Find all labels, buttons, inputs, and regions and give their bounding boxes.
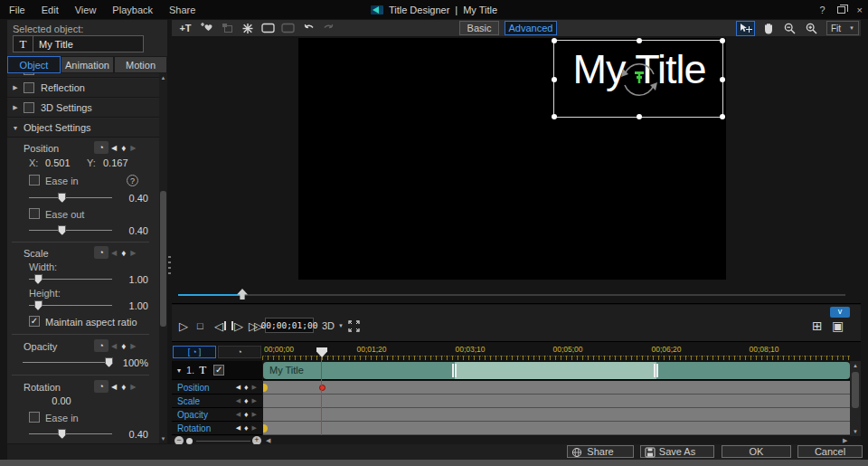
position-lane-add-keyframe[interactable]: ♦ — [244, 383, 249, 392]
section-object-settings[interactable]: ▼ Object Settings — [7, 119, 159, 138]
stop-button[interactable]: □ — [197, 318, 203, 334]
rotation-next-keyframe-button[interactable]: ▶ — [130, 383, 136, 391]
insert-text-button[interactable]: +T — [177, 21, 193, 35]
scale-width-slider[interactable] — [29, 273, 112, 284]
position-prev-keyframe-button[interactable]: ◀ — [111, 144, 117, 152]
opacity-add-keyframe-button[interactable]: ♦ — [121, 341, 126, 351]
menu-playback[interactable]: Playback — [112, 5, 153, 15]
keyframe-mode-button[interactable]: ◔ — [218, 346, 261, 358]
menu-view[interactable]: View — [75, 5, 97, 15]
scrubber-track[interactable] — [178, 294, 845, 296]
restore-button[interactable] — [837, 6, 845, 14]
object-name-input[interactable] — [33, 39, 143, 50]
tab-object[interactable]: Object — [7, 56, 61, 73]
keyframe-mode-button-selected[interactable]: [◔] — [173, 346, 216, 358]
panel-scrollbar[interactable]: ▲ ▼ — [159, 73, 167, 443]
insert-shape-button[interactable] — [259, 21, 276, 35]
3d-settings-checkbox[interactable] — [24, 102, 34, 113]
selection-handle[interactable] — [637, 38, 642, 43]
next-frame-button[interactable]: ▷ — [231, 318, 243, 334]
blur-checkbox[interactable] — [24, 73, 34, 75]
position-ease-in-slider[interactable] — [29, 192, 112, 203]
play-button[interactable]: ▷ — [179, 318, 188, 334]
menu-edit[interactable]: Edit — [42, 5, 59, 15]
scroll-down-icon[interactable]: ▼ — [850, 427, 861, 436]
fast-forward-button[interactable]: ▷▷ — [249, 318, 259, 334]
keyframe-start-marker[interactable] — [263, 424, 268, 433]
selection-handle[interactable] — [637, 114, 642, 119]
menu-share[interactable]: Share — [169, 5, 195, 15]
grid-lines-button[interactable]: ⊞ — [812, 318, 823, 334]
position-lane-next-keyframe[interactable]: ▶ — [252, 384, 257, 391]
selection-handle[interactable] — [720, 77, 725, 82]
undo-button[interactable] — [301, 21, 316, 35]
scroll-up-icon[interactable]: ▲ — [159, 73, 167, 82]
rotation-lane-prev-keyframe[interactable]: ◀ — [236, 424, 241, 432]
rotation-ease-in-checkbox[interactable] — [29, 412, 40, 423]
scale-add-keyframe-button[interactable]: ♦ — [121, 248, 126, 258]
position-ease-out-checkbox[interactable] — [29, 208, 40, 219]
opacity-lane-next-keyframe[interactable]: ▶ — [252, 411, 257, 418]
rotation-ease-in-slider[interactable] — [29, 428, 112, 439]
scroll-up-icon[interactable]: ▲ — [850, 361, 861, 370]
timeline-vertical-scrollbar[interactable]: ▲ ▼ — [850, 361, 861, 436]
fullscreen-button[interactable] — [348, 318, 360, 334]
selection-handle[interactable] — [552, 38, 557, 43]
track-enabled-checkbox[interactable]: ✓ — [213, 365, 224, 376]
scale-next-keyframe-button[interactable]: ▶ — [130, 249, 136, 257]
panel-resize-grip[interactable] — [168, 256, 171, 276]
close-button[interactable]: × — [857, 5, 863, 15]
position-lane[interactable] — [263, 381, 850, 395]
preview-scrubber[interactable] — [172, 285, 861, 304]
clip-middle-segment[interactable] — [455, 362, 656, 379]
pan-hand-tool-button[interactable] — [759, 21, 778, 36]
rotation-add-keyframe-button[interactable]: ♦ — [121, 382, 126, 392]
share-button[interactable]: Share — [567, 445, 634, 458]
insert-particle-button[interactable] — [198, 21, 214, 35]
menu-file[interactable]: File — [9, 5, 25, 15]
section-blur-partial[interactable]: ▶ Blur — [7, 73, 159, 78]
preview-canvas[interactable]: My Title — [298, 38, 726, 280]
rotation-lane-add-keyframe[interactable]: ♦ — [244, 423, 249, 433]
segment-split-handle[interactable] — [452, 364, 457, 377]
opacity-lane[interactable] — [263, 408, 850, 422]
help-button[interactable]: ? — [819, 5, 825, 15]
mode-advanced-button[interactable]: Advanced — [505, 21, 557, 35]
zoom-fit-dropdown[interactable]: Fit ▼ — [826, 21, 859, 35]
tab-motion[interactable]: Motion — [114, 56, 167, 73]
scale-lane-next-keyframe[interactable]: ▶ — [252, 397, 257, 404]
segment-split-handle[interactable] — [654, 364, 658, 377]
opacity-prev-keyframe-button[interactable]: ◀ — [111, 342, 117, 350]
section-reflection[interactable]: ▶ Reflection — [7, 79, 159, 98]
tab-animation[interactable]: Animation — [61, 56, 114, 73]
3d-mode-dropdown[interactable]: 3D ▼ — [322, 318, 344, 333]
scroll-right-icon[interactable]: ▶ — [843, 437, 847, 444]
help-circle-icon[interactable]: ? — [127, 175, 138, 186]
section-3d-settings[interactable]: ▶ 3D Settings — [7, 99, 159, 118]
opacity-lane-prev-keyframe[interactable]: ◀ — [236, 411, 241, 418]
opacity-slider[interactable] — [23, 357, 113, 367]
scale-keyframe-timer-button[interactable]: ◔ — [94, 246, 108, 259]
save-as-button[interactable]: Save As — [640, 445, 714, 458]
position-lane-prev-keyframe[interactable]: ◀ — [236, 384, 241, 391]
opacity-keyframe-timer-button[interactable]: ◔ — [94, 339, 108, 352]
rotation-lane-next-keyframe[interactable]: ▶ — [252, 424, 257, 432]
rotation-value[interactable]: 0.00 — [34, 395, 89, 406]
position-ease-in-checkbox[interactable] — [29, 175, 40, 185]
zoom-in-button[interactable] — [802, 21, 821, 36]
rotation-lane[interactable] — [263, 422, 850, 435]
collapse-preview-button[interactable]: v — [830, 307, 850, 318]
scrollbar-thumb[interactable] — [160, 191, 166, 327]
keyframe-start-marker[interactable] — [263, 384, 268, 392]
reflection-checkbox[interactable] — [24, 82, 34, 93]
rotation-handle[interactable] — [616, 56, 663, 105]
position-next-keyframe-button[interactable]: ▶ — [130, 144, 136, 152]
position-y-value[interactable]: 0.167 — [103, 157, 128, 168]
scrubber-thumb[interactable] — [237, 289, 248, 300]
ok-button[interactable]: OK — [722, 445, 791, 458]
scrollbar-thumb[interactable] — [852, 372, 859, 408]
rotation-keyframe-timer-button[interactable]: ◔ — [94, 380, 108, 393]
apply-effect-button[interactable] — [240, 21, 256, 35]
position-ease-out-slider[interactable] — [29, 224, 112, 235]
redo-button[interactable] — [321, 21, 335, 35]
